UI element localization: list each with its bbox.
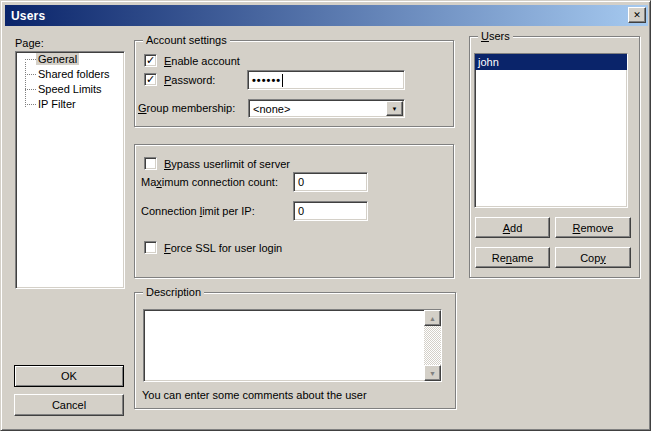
text-caret [282, 74, 283, 87]
group-membership-value: <none> [253, 103, 290, 115]
bypass-userlimit-checkbox[interactable] [144, 157, 157, 170]
password-value: •••••• [252, 74, 281, 86]
description-group-title: Description [143, 286, 204, 298]
enable-account-label[interactable]: Enable account [164, 55, 240, 67]
force-ssl-checkbox[interactable] [144, 241, 157, 254]
scrollbar-track[interactable] [424, 326, 441, 365]
account-settings-group-title: Account settings [143, 34, 230, 46]
description-value[interactable] [144, 310, 424, 381]
password-input[interactable]: •••••• [247, 70, 405, 90]
titlebar[interactable]: Users [5, 5, 648, 26]
ok-button[interactable]: OK [14, 365, 124, 387]
page-item-general[interactable]: General [16, 52, 124, 67]
close-icon: ✕ [633, 10, 641, 20]
scroll-down-button[interactable]: ▼ [424, 365, 441, 381]
bypass-userlimit-label[interactable]: Bypass userlimit of server [164, 158, 290, 170]
page-label: Page: [15, 37, 44, 49]
connection-limit-per-ip-label: Connection limit per IP: [141, 205, 255, 217]
cancel-button[interactable]: Cancel [14, 394, 124, 416]
password-row: ✓ Password: [144, 73, 215, 86]
chevron-down-icon: ▼ [392, 106, 398, 112]
arrow-up-icon: ▲ [429, 315, 436, 322]
group-membership-select[interactable]: <none> ▼ [248, 99, 405, 118]
enable-account-row: ✓ Enable account [144, 54, 240, 67]
max-connection-count-input[interactable]: 0 [293, 172, 368, 192]
page-item-ip-filter[interactable]: IP Filter [16, 97, 124, 112]
force-ssl-label[interactable]: Force SSL for user login [164, 242, 282, 254]
group-membership-label: Group membership: [138, 102, 235, 114]
scroll-up-button[interactable]: ▲ [424, 310, 441, 326]
close-button[interactable]: ✕ [628, 7, 646, 23]
add-button[interactable]: Add [475, 217, 550, 238]
user-list-item[interactable]: john [475, 54, 627, 70]
enable-account-checkbox[interactable]: ✓ [144, 54, 157, 67]
window-title: Users [11, 9, 45, 23]
arrow-down-icon: ▼ [429, 370, 436, 377]
connection-limit-per-ip-input[interactable]: 0 [293, 201, 368, 221]
description-textarea[interactable]: ▲ ▼ [143, 309, 442, 382]
force-ssl-row: Force SSL for user login [144, 241, 282, 254]
remove-button[interactable]: Remove [555, 217, 631, 238]
page-tree: General Shared folders Speed Limits IP F… [15, 51, 125, 289]
dropdown-button[interactable]: ▼ [386, 101, 403, 116]
password-label[interactable]: Password: [164, 74, 215, 86]
users-group-title: Users [478, 30, 513, 42]
page-item-shared-folders[interactable]: Shared folders [16, 67, 124, 82]
page-item-speed-limits[interactable]: Speed Limits [16, 82, 124, 97]
users-dialog: Users ✕ Page: General Shared folders Spe… [0, 0, 651, 431]
rename-button[interactable]: Rename [475, 247, 550, 268]
bypass-userlimit-row: Bypass userlimit of server [144, 157, 290, 170]
vertical-scrollbar[interactable]: ▲ ▼ [424, 310, 441, 381]
description-hint: You can enter some comments about the us… [142, 389, 367, 401]
max-connection-count-label: Maximum connection count: [141, 176, 278, 188]
password-checkbox[interactable]: ✓ [144, 73, 157, 86]
checkmark-icon: ✓ [146, 75, 155, 84]
users-list[interactable]: john [474, 53, 628, 208]
checkmark-icon: ✓ [146, 56, 155, 65]
copy-button[interactable]: Copy [555, 247, 631, 268]
